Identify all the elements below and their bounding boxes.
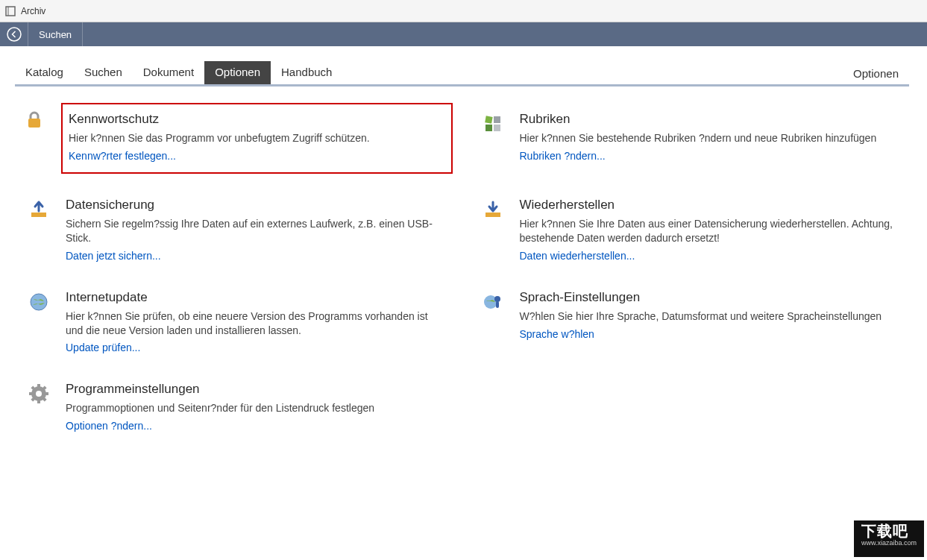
card-title: Internetupdate (66, 290, 448, 305)
window-title: Archiv (21, 6, 45, 16)
card-description: Hier k?nnen Sie prüfen, ob eine neuere V… (66, 309, 448, 338)
svg-rect-16 (37, 384, 40, 388)
card-description: Programmoptionen und Seitenr?nder für de… (66, 401, 448, 415)
tab-optionen[interactable]: Optionen (204, 61, 271, 84)
card-action-link[interactable]: Optionen ?ndern... (66, 420, 448, 432)
svg-rect-2 (28, 119, 40, 128)
tab-handbuch[interactable]: Handbuch (271, 61, 342, 84)
svg-rect-18 (29, 392, 33, 395)
restore-icon (480, 198, 506, 220)
option-card-restore: WiederherstellenHier k?nnen Sie Ihre Dat… (475, 193, 907, 266)
card-action-link[interactable]: Sprache w?hlen (520, 328, 902, 340)
card-action-link[interactable]: Kennw?rter festlegen... (69, 150, 445, 162)
svg-rect-3 (485, 116, 492, 123)
svg-point-12 (494, 296, 500, 302)
search-label[interactable]: Suchen (28, 22, 83, 46)
svg-rect-7 (31, 213, 46, 217)
card-title: Wiederherstellen (520, 198, 902, 213)
card-description: Sichern Sie regelm?ssig Ihre Daten auf e… (66, 217, 448, 245)
option-card-categories: RubrikenHier k?nnen Sie bestehende Rubri… (475, 107, 907, 174)
card-title: Programmeinstellungen (66, 382, 448, 397)
svg-rect-19 (45, 392, 48, 395)
card-title: Sprach-Einstellungen (520, 290, 902, 305)
svg-rect-13 (496, 301, 499, 308)
svg-rect-4 (494, 116, 500, 123)
card-action-link[interactable]: Rubriken ?ndern... (520, 150, 902, 162)
nav-bar: Suchen (0, 22, 927, 46)
option-card-language: Sprach-EinstellungenW?hlen Sie hier Ihre… (475, 286, 907, 359)
card-action-link[interactable]: Daten jetzt sichern... (66, 250, 448, 262)
svg-rect-5 (486, 125, 492, 131)
card-title: Kennwortschutz (69, 112, 445, 127)
option-card-gear: ProgrammeinstellungenProgrammoptionen un… (21, 377, 453, 436)
svg-point-15 (36, 391, 42, 397)
lock-icon (21, 107, 48, 130)
tab-bar: KatalogSuchenDokumentOptionenHandbuch Op… (15, 61, 909, 86)
svg-rect-17 (37, 400, 40, 403)
card-description: Hier k?nnen Sie Ihre Daten aus einer Dat… (520, 217, 902, 245)
tab-suchen[interactable]: Suchen (74, 61, 133, 84)
globe-icon (25, 290, 52, 312)
card-title: Rubriken (520, 112, 902, 127)
language-icon (480, 290, 506, 312)
option-card-backup: DatensicherungSichern Sie regelm?ssig Ih… (21, 193, 453, 266)
option-card-lock: KennwortschutzHier k?nnen Sie das Progra… (61, 103, 453, 174)
card-description: Hier k?nnen Sie bestehende Rubriken ?nde… (520, 131, 902, 145)
back-button[interactable] (0, 22, 28, 46)
svg-point-1 (7, 28, 21, 41)
title-bar: Archiv (0, 0, 927, 22)
card-description: Hier k?nnen Sie das Programm vor unbefug… (69, 131, 445, 145)
gear-icon (25, 382, 52, 404)
svg-rect-0 (6, 7, 15, 16)
option-card-globe: InternetupdateHier k?nnen Sie prüfen, ob… (21, 286, 453, 359)
categories-icon (480, 112, 506, 134)
tab-katalog[interactable]: Katalog (15, 61, 74, 84)
card-description: W?hlen Sie hier Ihre Sprache, Datumsform… (520, 309, 902, 324)
backup-icon (25, 198, 52, 220)
options-label-right: Optionen (843, 63, 909, 83)
card-action-link[interactable]: Update prüfen... (66, 342, 448, 353)
option-card-lock: KennwortschutzHier k?nnen Sie das Progra… (21, 107, 453, 174)
tab-dokument[interactable]: Dokument (133, 61, 204, 84)
svg-rect-8 (486, 213, 500, 217)
app-icon (4, 5, 16, 17)
svg-rect-6 (494, 125, 500, 131)
card-action-link[interactable]: Daten wiederherstellen... (520, 250, 902, 262)
card-title: Datensicherung (66, 198, 448, 213)
